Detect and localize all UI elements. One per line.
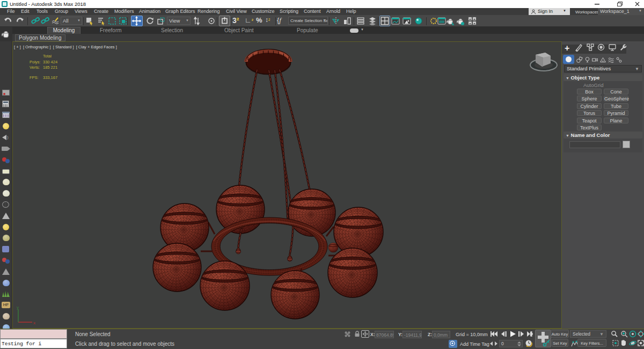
svg-text:y: y bbox=[17, 306, 19, 310]
svg-text:x: x bbox=[33, 321, 35, 325]
